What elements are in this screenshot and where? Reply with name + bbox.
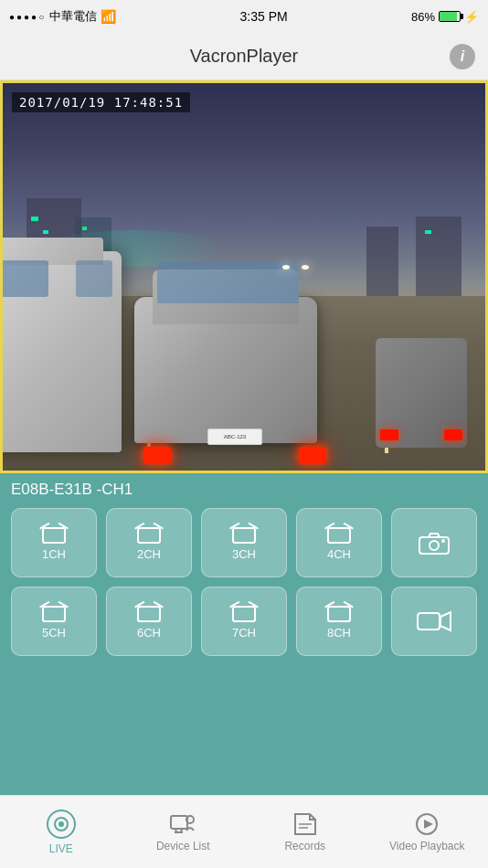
- channel-grid: 1CH 2CH 3CH 4CH: [11, 508, 477, 656]
- tab-video-playback-label: Video Playback: [389, 840, 465, 852]
- car-main: [134, 297, 317, 443]
- header: VacronPlayer i: [0, 33, 488, 80]
- tab-records-label: Records: [284, 840, 325, 852]
- tv-icon-6: [135, 603, 163, 622]
- channel-8-button[interactable]: 8CH: [296, 587, 382, 656]
- channel-7-label: 7CH: [232, 626, 256, 640]
- license-plate-area: ABC-123: [143, 429, 326, 445]
- svg-marker-4: [440, 612, 451, 630]
- channel-3-label: 3CH: [232, 547, 256, 561]
- svg-rect-7: [171, 816, 187, 829]
- charging-icon: ⚡: [464, 10, 479, 24]
- video-scene: ABC-123 2017/01/19 17:48:51: [3, 83, 485, 471]
- app-title: VacronPlayer: [190, 46, 299, 67]
- tail-light-left: [143, 447, 171, 463]
- time-display: 3:35 PM: [240, 9, 288, 24]
- tail-light-right: [299, 447, 326, 463]
- tv-icon-7: [230, 603, 258, 622]
- control-panel: E08B-E31B -CH1 1CH 2CH 3CH: [0, 473, 488, 667]
- channel-5-button[interactable]: 5CH: [11, 587, 97, 656]
- video-playback-icon: [413, 812, 440, 836]
- channel-1-label: 1CH: [42, 547, 66, 561]
- channel-5-label: 5CH: [42, 626, 66, 640]
- video-player[interactable]: ABC-123 2017/01/19 17:48:51: [0, 80, 488, 473]
- svg-rect-3: [418, 613, 440, 630]
- tab-records[interactable]: Records: [244, 796, 366, 868]
- tv-icon-2: [135, 524, 163, 544]
- records-icon: [292, 812, 319, 836]
- tab-live[interactable]: LIVE: [0, 796, 122, 868]
- svg-point-6: [58, 821, 64, 827]
- license-plate: ABC-123: [207, 429, 262, 445]
- live-icon: [47, 810, 76, 839]
- channel-1-button[interactable]: 1CH: [11, 508, 97, 577]
- info-button[interactable]: i: [450, 44, 475, 69]
- tv-icon-3: [230, 524, 258, 544]
- channel-2-label: 2CH: [137, 547, 161, 561]
- channel-4-button[interactable]: 4CH: [296, 508, 382, 577]
- tv-icon-8: [325, 603, 353, 622]
- channel-3-button[interactable]: 3CH: [201, 508, 287, 577]
- tab-device-list[interactable]: Device List: [122, 796, 245, 868]
- svg-point-2: [441, 539, 445, 543]
- tv-icon-5: [40, 603, 68, 622]
- tab-bar: LIVE Device List Records Video Playback: [0, 795, 488, 868]
- channel-7-button[interactable]: 7CH: [201, 587, 287, 656]
- channel-8-label: 8CH: [327, 626, 351, 640]
- video-camera-icon: [417, 609, 451, 633]
- channel-4-label: 4CH: [327, 547, 351, 561]
- tv-icon-4: [325, 524, 353, 544]
- building-4: [366, 227, 398, 300]
- channel-6-label: 6CH: [137, 626, 161, 640]
- svg-point-1: [430, 541, 439, 550]
- signal-dots: ●●●●○: [9, 12, 46, 22]
- wifi-icon: 📶: [101, 9, 116, 24]
- device-label: E08B-E31B -CH1: [11, 481, 477, 499]
- status-bar: ●●●●○ 中華電信 📶 3:35 PM 86% ⚡: [0, 0, 488, 33]
- device-list-icon: [169, 812, 196, 836]
- snapshot-button[interactable]: [391, 508, 477, 577]
- video-timestamp: 2017/01/19 17:48:51: [12, 92, 190, 112]
- battery-percent: 86%: [411, 10, 435, 24]
- carrier-label: 中華電信: [49, 8, 97, 25]
- building-3: [416, 217, 461, 308]
- channel-2-button[interactable]: 2CH: [106, 508, 192, 577]
- svg-marker-13: [424, 820, 433, 829]
- video-record-button[interactable]: [391, 587, 477, 656]
- battery-icon: [439, 11, 461, 22]
- car-tail-lights: [143, 447, 326, 463]
- car-left: [0, 251, 122, 452]
- camera-icon: [418, 530, 451, 556]
- tab-video-playback[interactable]: Video Playback: [366, 796, 489, 868]
- tv-icon-1: [40, 524, 68, 544]
- tab-device-list-label: Device List: [156, 840, 210, 852]
- tab-live-label: LIVE: [49, 842, 73, 855]
- channel-6-button[interactable]: 6CH: [106, 587, 192, 656]
